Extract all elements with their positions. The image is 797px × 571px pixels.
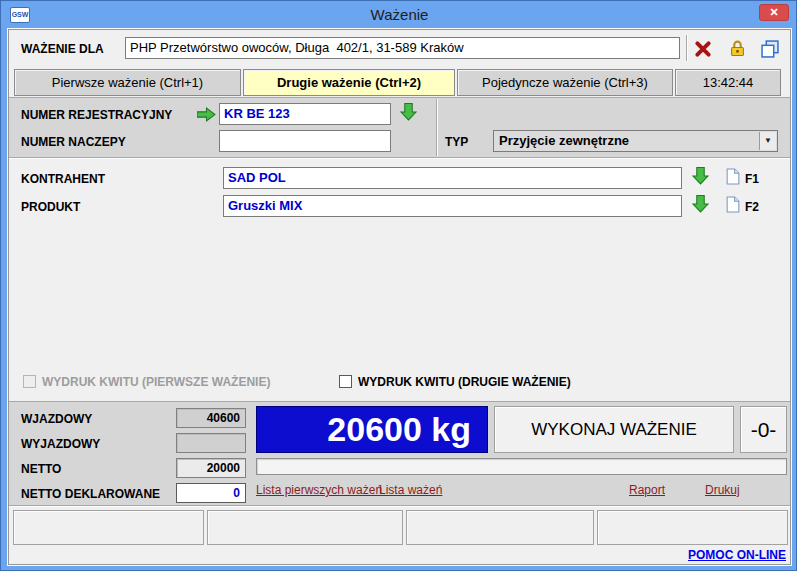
print-second-weighing-checkbox[interactable] (339, 375, 352, 388)
print-first-weighing-label: WYDRUK KWITU (PIERWSZE WAŻENIE) (42, 375, 270, 389)
product-dropdown-arrow-icon[interactable] (692, 194, 709, 218)
exit-weight-field (176, 433, 246, 453)
delete-x-icon[interactable] (694, 40, 712, 62)
contractor-input[interactable]: SAD POL (223, 167, 682, 189)
trailer-label: NUMER NACZEPY (21, 135, 126, 149)
declared-net-input[interactable]: 0 (176, 483, 246, 503)
contractor-document-icon[interactable] (726, 168, 740, 189)
type-select[interactable]: Przyjęcie zewnętrzne ▼ (493, 130, 778, 152)
chevron-down-icon[interactable]: ▼ (759, 132, 776, 150)
entry-weight-field: 40600 (176, 408, 246, 428)
weighings-list-link[interactable]: Lista ważeń (379, 483, 442, 497)
perform-weighing-button[interactable]: WYKONAJ WAŻENIE (494, 406, 734, 453)
contractor-fkey-label: F1 (745, 172, 759, 186)
trailer-input[interactable] (219, 130, 391, 152)
status-panel-3 (406, 510, 594, 545)
declared-net-label: NETTO DEKLAROWANE (21, 487, 160, 501)
product-fkey-label: F2 (745, 200, 759, 214)
progress-bar (256, 458, 787, 475)
print-link[interactable]: Drukuj (705, 483, 740, 497)
scale-weight-display: 20600 kg (256, 406, 488, 453)
entry-weight-label: WJAZDOWY (21, 412, 92, 426)
report-link[interactable]: Raport (629, 483, 665, 497)
print-first-weighing-checkbox (23, 375, 36, 388)
lock-icon[interactable] (730, 39, 745, 61)
title-bar: GSW Ważenie ✕ (1, 1, 797, 29)
type-label: TYP (445, 135, 468, 149)
registration-dropdown-arrow-icon[interactable] (400, 102, 417, 126)
weighing-for-label: WAŻENIE DLA (21, 42, 104, 56)
company-input[interactable]: PHP Przetwórstwo owoców, Długa 402/1, 31… (125, 37, 680, 59)
first-weighings-list-link[interactable]: Lista pierwszych ważeń (256, 483, 382, 497)
print-second-weighing-label: WYDRUK KWITU (DRUGIE WAŻENIE) (358, 375, 571, 389)
net-weight-label: NETTO (21, 462, 61, 476)
exit-weight-label: WYJAZDOWY (21, 437, 100, 451)
tab-single-weighing[interactable]: Pojedyncze ważenie (Ctrl+3) (457, 69, 673, 96)
status-panel-2 (207, 510, 403, 545)
type-selected-value: Przyjęcie zewnętrzne (499, 133, 629, 148)
registration-input[interactable]: KR BE 123 (219, 103, 391, 125)
contractor-dropdown-arrow-icon[interactable] (692, 166, 709, 190)
status-panel-4 (597, 510, 788, 545)
window-title: Ważenie (1, 6, 797, 23)
product-label: PRODUKT (21, 200, 80, 214)
copy-icon[interactable] (761, 40, 779, 62)
registration-label: NUMER REJESTRACYJNY (21, 108, 172, 122)
contractor-label: KONTRAHENT (21, 172, 105, 186)
arrow-right-icon (197, 107, 216, 126)
weighing-window: GSW Ważenie ✕ WAŻENIE DLA PHP Przetwórst… (0, 0, 797, 571)
tab-first-weighing[interactable]: Pierwsze ważenie (Ctrl+1) (14, 69, 241, 96)
header-separator (686, 35, 688, 61)
online-help-link[interactable]: POMOC ON-LINE (688, 548, 786, 562)
tab-second-weighing[interactable]: Drugie ważenie (Ctrl+2) (243, 69, 455, 96)
zero-scale-button[interactable]: -0- (740, 406, 787, 453)
product-document-icon[interactable] (726, 196, 740, 217)
net-weight-field: 20000 (176, 458, 246, 478)
vehicle-section-separator (436, 99, 438, 156)
product-input[interactable]: Gruszki MIX (223, 195, 682, 217)
close-button[interactable]: ✕ (759, 4, 789, 21)
status-panel-1 (13, 510, 204, 545)
clock-display: 13:42:44 (675, 69, 781, 96)
